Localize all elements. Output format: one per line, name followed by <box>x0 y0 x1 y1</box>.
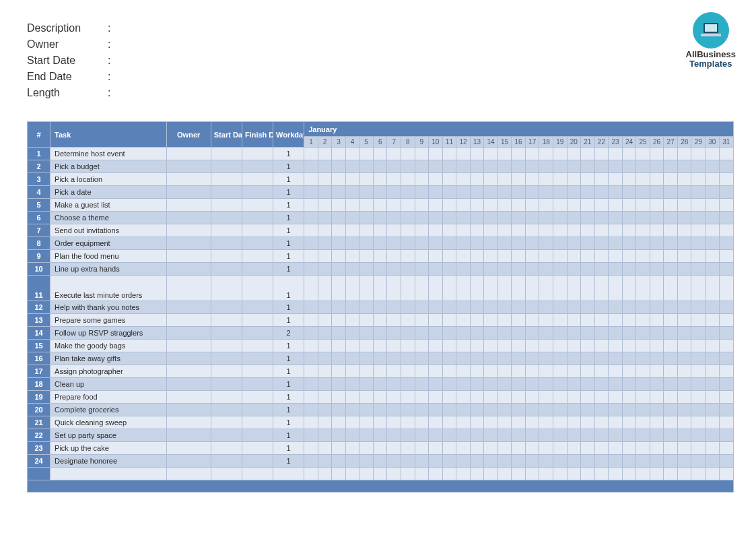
task-owner <box>166 404 211 416</box>
gantt-cell <box>304 263 318 276</box>
table-row: 21Quick cleaning sweep1 <box>28 416 734 429</box>
task-owner <box>166 416 211 429</box>
gantt-cell <box>512 314 526 327</box>
gantt-cell <box>539 455 553 468</box>
gantt-cell <box>470 378 484 391</box>
gantt-cell <box>636 391 650 404</box>
gantt-cell <box>332 186 346 199</box>
gantt-cell <box>387 365 401 378</box>
gantt-cell <box>345 404 359 416</box>
table-row: 12Help with thank you notes1 <box>28 301 734 314</box>
gantt-cell <box>442 416 456 429</box>
gantt-cell <box>512 212 526 224</box>
gantt-cell <box>525 212 539 224</box>
gantt-cell <box>456 186 471 199</box>
gantt-cell <box>484 160 498 173</box>
gantt-cell <box>664 442 678 455</box>
meta-label: Start Date <box>27 53 108 69</box>
gantt-cell <box>609 327 623 340</box>
gantt-cell <box>512 442 526 455</box>
gantt-cell <box>567 365 581 378</box>
gantt-cell <box>650 263 664 276</box>
gantt-cell <box>484 237 498 250</box>
gantt-cell <box>636 148 650 160</box>
task-name: Pick a location <box>50 173 167 186</box>
gantt-cell <box>387 237 401 250</box>
gantt-cell <box>706 429 720 442</box>
gantt-cell <box>539 224 553 237</box>
gantt-cell <box>415 340 429 352</box>
task-start <box>211 173 242 186</box>
gantt-cell <box>636 340 650 352</box>
gantt-cell <box>706 212 720 224</box>
gantt-cell <box>622 391 636 404</box>
col-header-day: 8 <box>401 137 415 148</box>
gantt-cell <box>525 276 539 301</box>
task-owner <box>166 250 211 263</box>
table-row: 17Assign photographer1 <box>28 365 734 378</box>
gantt-cell <box>553 404 568 416</box>
meta-colon: : <box>108 53 121 69</box>
gantt-cell <box>470 416 484 429</box>
gantt-cell <box>594 365 609 378</box>
gantt-cell <box>539 391 553 404</box>
task-workdays: 1 <box>273 416 304 429</box>
gantt-cell <box>664 455 678 468</box>
gantt-cell <box>691 276 706 301</box>
gantt-cell <box>622 455 636 468</box>
gantt-cell <box>304 455 318 468</box>
gantt-cell <box>719 250 733 263</box>
gantt-cell <box>594 442 609 455</box>
gantt-cell <box>359 365 374 378</box>
task-owner <box>166 212 211 224</box>
meta-label: Length <box>27 85 108 101</box>
gantt-cell <box>594 301 609 314</box>
gantt-cell <box>706 263 720 276</box>
gantt-cell <box>553 237 568 250</box>
gantt-cell <box>691 250 706 263</box>
col-header-day: 25 <box>636 137 650 148</box>
task-finish <box>242 365 273 378</box>
gantt-cell <box>664 212 678 224</box>
gantt-cell <box>318 224 332 237</box>
gantt-cell <box>415 404 429 416</box>
gantt-cell <box>497 250 512 263</box>
gantt-cell <box>429 365 443 378</box>
gantt-cell <box>497 429 512 442</box>
gantt-cell <box>691 314 706 327</box>
gantt-cell <box>594 212 609 224</box>
gantt-cell <box>664 468 678 480</box>
gantt-cell <box>359 186 374 199</box>
gantt-cell <box>622 186 636 199</box>
task-finish <box>242 199 273 212</box>
gantt-cell <box>456 404 471 416</box>
gantt-cell <box>456 148 471 160</box>
gantt-cell <box>373 352 387 365</box>
col-header-day: 7 <box>387 137 401 148</box>
gantt-cell <box>609 416 623 429</box>
gantt-cell <box>442 173 456 186</box>
table-row: 1Determine host event1 <box>28 148 734 160</box>
gantt-cell <box>429 442 443 455</box>
gantt-cell <box>401 186 415 199</box>
gantt-cell <box>677 250 691 263</box>
gantt-cell <box>567 429 581 442</box>
task-finish <box>242 314 273 327</box>
col-header-day: 17 <box>525 137 539 148</box>
task-finish <box>242 276 273 301</box>
gantt-cell <box>484 391 498 404</box>
gantt-cell <box>304 404 318 416</box>
svg-rect-2 <box>701 34 721 36</box>
gantt-cell <box>456 199 471 212</box>
gantt-cell <box>636 416 650 429</box>
gantt-cell <box>691 160 706 173</box>
gantt-cell <box>359 224 374 237</box>
gantt-cell <box>609 429 623 442</box>
gantt-cell <box>567 212 581 224</box>
gantt-cell <box>650 224 664 237</box>
gantt-cell <box>401 212 415 224</box>
gantt-cell <box>387 314 401 327</box>
gantt-cell <box>691 173 706 186</box>
gantt-cell <box>609 301 623 314</box>
task-finish <box>242 263 273 276</box>
